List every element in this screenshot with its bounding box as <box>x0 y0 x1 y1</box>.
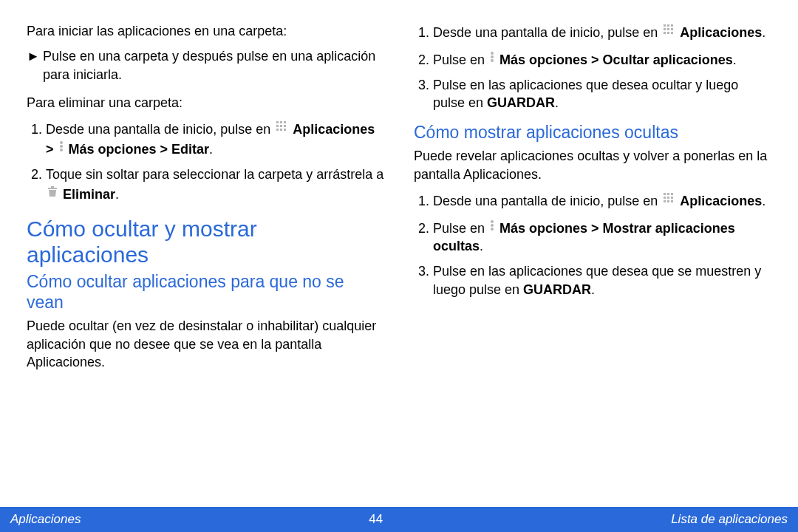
footer-left: Aplicaciones <box>10 512 81 527</box>
step-2: Toque sin soltar para seleccionar la car… <box>46 166 384 203</box>
svg-point-24 <box>491 55 494 58</box>
svg-rect-18 <box>667 28 669 30</box>
hide-step-2: Pulse en Más opciones > Ocultar aplicaci… <box>433 50 771 69</box>
apps-grid-icon <box>276 119 287 137</box>
svg-rect-20 <box>664 32 666 34</box>
show-step-1: Desde una pantalla de inicio, pulse en A… <box>433 191 771 211</box>
step2-end: . <box>115 187 119 202</box>
svg-point-23 <box>491 52 494 55</box>
bullet-item: ► Pulse en una carpeta y después pulse e… <box>43 47 384 83</box>
bullet-text: Pulse en una carpeta y después pulse en … <box>43 49 375 81</box>
svg-rect-31 <box>671 197 673 199</box>
svg-rect-4 <box>280 125 282 127</box>
trash-icon <box>47 184 58 202</box>
intro-folder-launch: Para iniciar las aplicaciones en una car… <box>27 22 384 40</box>
hs3-pre: Pulse en las aplicaciones que desea ocul… <box>433 78 738 110</box>
svg-rect-19 <box>671 28 673 30</box>
more-options-icon <box>59 139 64 157</box>
hide-steps: Desde una pantalla de inicio, pulse en A… <box>414 22 771 112</box>
svg-point-11 <box>60 149 63 151</box>
left-column: Para iniciar las aplicaciones en una car… <box>27 22 384 507</box>
svg-rect-32 <box>664 200 666 202</box>
svg-rect-27 <box>667 193 669 195</box>
hs2-bold: Más opciones > Ocultar aplicaciones <box>499 52 733 67</box>
step1-bold2: Más opciones > Editar <box>69 142 210 157</box>
hide-intro: Puede ocultar (en vez de desinstalar o i… <box>27 317 384 371</box>
heading-hide-show: Cómo ocultar y mostrar aplicaciones <box>27 216 384 267</box>
step1-bold1: Aplicaciones <box>293 122 375 137</box>
subheading-hide: Cómo ocultar aplicaciones para que no se… <box>27 272 384 313</box>
right-column: Desde una pantalla de inicio, pulse en A… <box>414 22 771 507</box>
svg-rect-26 <box>664 193 666 195</box>
hide-step-1: Desde una pantalla de inicio, pulse en A… <box>433 22 771 42</box>
step2-pre: Toque sin soltar para seleccionar la car… <box>46 167 383 182</box>
svg-rect-13 <box>51 186 54 188</box>
ss1-end: . <box>762 194 765 208</box>
hs1-pre: Desde una pantalla de inicio, pulse en <box>433 25 661 40</box>
svg-rect-7 <box>280 129 282 131</box>
hide-step-3: Pulse en las aplicaciones que desea ocul… <box>433 76 771 112</box>
ss3-pre: Pulse en las aplicaciones que desea que … <box>433 264 761 296</box>
step1-pre: Desde una pantalla de inicio, pulse en <box>46 122 274 137</box>
step1-end: . <box>209 142 213 157</box>
svg-point-25 <box>491 59 494 62</box>
step2-bold: Eliminar <box>63 187 115 202</box>
svg-rect-3 <box>276 125 279 127</box>
svg-rect-29 <box>664 197 666 199</box>
hs1-end: . <box>762 25 765 40</box>
svg-rect-21 <box>667 32 669 34</box>
content-area: Para iniciar las aplicaciones en una car… <box>0 0 798 507</box>
bullet-list: ► Pulse en una carpeta y después pulse e… <box>27 47 384 83</box>
more-options-icon <box>490 50 494 67</box>
footer-right: Lista de aplicaciones <box>671 512 788 527</box>
svg-point-10 <box>60 145 63 148</box>
hs2-end: . <box>733 52 737 67</box>
delete-folder-steps: Desde una pantalla de inicio, pulse en A… <box>27 119 384 203</box>
svg-rect-17 <box>664 28 666 30</box>
svg-point-36 <box>491 224 494 227</box>
svg-rect-15 <box>667 24 669 27</box>
ss2-end: . <box>480 239 483 253</box>
svg-point-37 <box>491 228 494 231</box>
step-1: Desde una pantalla de inicio, pulse en A… <box>46 119 384 158</box>
intro-folder-delete: Para eliminar una carpeta: <box>27 94 384 112</box>
svg-rect-30 <box>667 197 669 199</box>
svg-point-35 <box>491 220 494 223</box>
svg-point-9 <box>60 141 63 144</box>
page-footer: Aplicaciones 44 Lista de aplicaciones <box>0 507 798 532</box>
svg-rect-2 <box>284 121 286 123</box>
svg-rect-28 <box>671 193 673 195</box>
hs1-bold: Aplicaciones <box>680 25 762 40</box>
footer-page-number: 44 <box>369 512 383 527</box>
ss1-pre: Desde una pantalla de inicio, pulse en <box>433 194 661 208</box>
svg-rect-1 <box>280 121 282 123</box>
manual-page: Para iniciar las aplicaciones en una car… <box>0 0 798 532</box>
svg-rect-5 <box>284 125 286 127</box>
show-steps: Desde una pantalla de inicio, pulse en A… <box>414 191 771 299</box>
hs3-bold: GUARDAR <box>487 95 555 110</box>
svg-rect-6 <box>276 129 279 131</box>
show-step-3: Pulse en las aplicaciones que desea que … <box>433 262 771 299</box>
hs2-pre: Pulse en <box>433 52 488 67</box>
subheading-show: Cómo mostrar aplicaciones ocultas <box>414 123 771 143</box>
svg-rect-22 <box>671 32 673 34</box>
step1-sep: > <box>46 142 58 157</box>
svg-rect-16 <box>671 24 673 27</box>
ss2-pre: Pulse en <box>433 221 488 236</box>
arrow-icon: ► <box>27 47 40 65</box>
svg-rect-33 <box>667 200 669 202</box>
svg-rect-34 <box>671 200 673 202</box>
more-options-icon <box>490 218 494 236</box>
apps-grid-icon <box>663 191 675 208</box>
ss3-bold: GUARDAR <box>523 282 591 297</box>
svg-rect-12 <box>48 188 57 189</box>
apps-grid-icon <box>663 22 675 40</box>
show-step-2: Pulse en Más opciones > Mostrar aplicaci… <box>433 218 771 256</box>
show-intro: Puede revelar aplicaciones ocultas y vol… <box>414 147 771 183</box>
hs3-end: . <box>555 95 559 110</box>
svg-rect-0 <box>276 121 279 123</box>
ss1-bold: Aplicaciones <box>680 194 762 208</box>
ss3-end: . <box>591 282 595 297</box>
svg-rect-8 <box>284 129 286 131</box>
svg-rect-14 <box>664 24 666 27</box>
